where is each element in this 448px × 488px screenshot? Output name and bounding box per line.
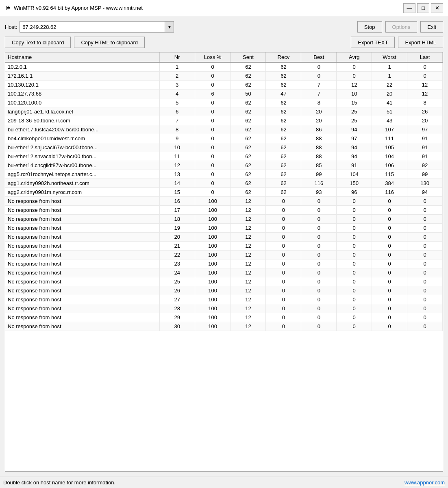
maximize-button[interactable]: □: [417, 3, 429, 13]
table-row[interactable]: No response from host221001200000: [5, 251, 443, 259]
data-cell: 62: [231, 143, 266, 152]
exit-button[interactable]: Exit: [420, 21, 443, 33]
data-cell: 91: [407, 152, 443, 161]
data-cell: 0: [372, 215, 407, 224]
options-button: Options: [385, 21, 418, 33]
data-cell: 0: [301, 242, 337, 251]
stop-button[interactable]: Stop: [357, 21, 382, 33]
results-table: HostnameNrLoss %SentRecvBestAvrgWorstLas…: [5, 52, 443, 331]
data-cell: 104: [337, 170, 372, 179]
copy-html-button[interactable]: Copy HTML to clipboard: [74, 37, 145, 48]
data-cell: 62: [231, 152, 266, 161]
table-row[interactable]: No response from host271001200000: [5, 295, 443, 304]
data-cell: 62: [266, 116, 301, 125]
host-dropdown-button[interactable]: ▼: [165, 22, 174, 32]
hostname-cell: bu-ether12.snvacaid17w-bcr00.tbon...: [5, 152, 159, 161]
data-cell: 12: [231, 197, 266, 206]
table-row[interactable]: 100.120.100.0506262815418: [5, 98, 443, 107]
data-cell: 62: [231, 116, 266, 125]
table-row[interactable]: be4.clmkohpe01r.midwest.rr.com9062628897…: [5, 134, 443, 143]
data-cell: 0: [337, 322, 372, 331]
export-text-button[interactable]: Export TEXT: [351, 37, 395, 48]
data-cell: 0: [407, 313, 443, 322]
table-row[interactable]: No response from host231001200000: [5, 259, 443, 268]
table-row[interactable]: No response from host301001200000: [5, 322, 443, 331]
host-input[interactable]: [20, 22, 165, 32]
table-row[interactable]: 172.16.1.12062620010: [5, 72, 443, 81]
data-cell: 0: [266, 322, 301, 331]
close-button[interactable]: ✕: [431, 3, 443, 13]
export-html-button[interactable]: Export HTML: [398, 37, 443, 48]
table-row[interactable]: 209-18-36-50.tbone.rr.com70626220254320: [5, 116, 443, 125]
data-cell: 0: [372, 313, 407, 322]
hostname-cell: No response from host: [5, 322, 159, 331]
hostname-cell: 100.127.73.68: [5, 89, 159, 98]
table-row[interactable]: No response from host261001200000: [5, 286, 443, 295]
table-row[interactable]: No response from host201001200000: [5, 233, 443, 242]
data-cell: 62: [266, 179, 301, 188]
data-cell: 8: [159, 125, 195, 134]
data-cell: 0: [266, 295, 301, 304]
status-message: Double click on host name for more infor…: [3, 479, 115, 486]
table-row[interactable]: No response from host181001200000: [5, 215, 443, 224]
table-row[interactable]: bu-ether12.snvacaid17w-bcr00.tbon...1106…: [5, 152, 443, 161]
table-row[interactable]: No response from host241001200000: [5, 268, 443, 277]
data-cell: 100: [195, 242, 231, 251]
data-cell: 0: [337, 268, 372, 277]
data-cell: 100: [195, 304, 231, 313]
appnor-link[interactable]: www.appnor.com: [405, 479, 445, 486]
table-row[interactable]: 100.127.73.684650477102012: [5, 89, 443, 98]
table-row[interactable]: 10.2.0.11062620010: [5, 62, 443, 72]
data-cell: 12: [231, 313, 266, 322]
minimize-button[interactable]: —: [403, 3, 415, 13]
data-cell: 0: [337, 304, 372, 313]
hostname-cell: No response from host: [5, 251, 159, 259]
copy-text-button[interactable]: Copy Text to clipboard: [5, 37, 71, 48]
data-cell: 21: [159, 242, 195, 251]
table-row[interactable]: No response from host211001200000: [5, 242, 443, 251]
table-row[interactable]: No response from host161001200000: [5, 197, 443, 206]
data-cell: 0: [195, 107, 231, 116]
table-row[interactable]: agg5.rcr01rochnyei.netops.charter.c...13…: [5, 170, 443, 179]
table-row[interactable]: No response from host171001200000: [5, 206, 443, 215]
data-cell: 12: [231, 277, 266, 286]
data-cell: 0: [301, 268, 337, 277]
data-cell: 12: [231, 286, 266, 295]
title-bar: 🖥 WinMTR v0.92 64 bit by Appnor MSP - ww…: [0, 0, 448, 16]
data-cell: 0: [407, 215, 443, 224]
table-row[interactable]: agg2.crldny0901m.nyroc.rr.com15062629396…: [5, 188, 443, 197]
data-cell: 0: [301, 62, 337, 72]
table-row[interactable]: bu-ether14.chcgildt87w-bcr00.tbone...120…: [5, 161, 443, 170]
data-cell: 96: [337, 188, 372, 197]
data-cell: 2: [159, 72, 195, 81]
table-row[interactable]: No response from host291001200000: [5, 313, 443, 322]
data-cell: 62: [231, 125, 266, 134]
data-cell: 12: [407, 89, 443, 98]
table-row[interactable]: 10.130.120.13062627122212: [5, 81, 443, 89]
data-cell: 0: [372, 251, 407, 259]
data-cell: 62: [231, 107, 266, 116]
data-cell: 100: [195, 277, 231, 286]
data-cell: 26: [159, 286, 195, 295]
data-cell: 14: [159, 179, 195, 188]
hostname-cell: 10.130.120.1: [5, 81, 159, 89]
hostname-cell: No response from host: [5, 286, 159, 295]
table-row[interactable]: agg1.crldny0902h.northeast.rr.com1406262…: [5, 179, 443, 188]
table-row[interactable]: langbprj01-ae1.rd.la.cox.net606262202551…: [5, 107, 443, 116]
data-cell: 20: [159, 233, 195, 242]
table-row[interactable]: bu-ether12.snjucacl67w-bcr00.tbone...100…: [5, 143, 443, 152]
table-row[interactable]: No response from host281001200000: [5, 304, 443, 313]
data-cell: 47: [266, 89, 301, 98]
data-cell: 106: [372, 161, 407, 170]
table-row[interactable]: No response from host191001200000: [5, 224, 443, 233]
hostname-cell: No response from host: [5, 233, 159, 242]
data-cell: 0: [301, 277, 337, 286]
table-row[interactable]: No response from host251001200000: [5, 277, 443, 286]
toolbar-row: Host: ▼ Stop Options Exit: [5, 21, 443, 33]
data-cell: 0: [337, 206, 372, 215]
data-cell: 100: [195, 233, 231, 242]
data-cell: 7: [301, 81, 337, 89]
table-row[interactable]: bu-ether17.tustca4200w-bcr00.tbone...806…: [5, 125, 443, 134]
data-cell: 0: [266, 277, 301, 286]
hostname-cell: No response from host: [5, 268, 159, 277]
